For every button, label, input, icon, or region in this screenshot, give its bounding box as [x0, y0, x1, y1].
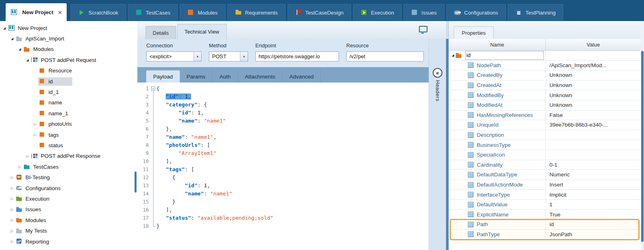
- property-row-interfacetype[interactable]: InterfaceTypeImplicit: [449, 190, 641, 200]
- property-row-createdat[interactable]: CreatedAtUnknown: [449, 81, 641, 91]
- property-row-description[interactable]: Description: [449, 130, 641, 140]
- tree-item-reporting[interactable]: ▷Reporting: [0, 236, 134, 247]
- property-row-path[interactable]: Pathid: [449, 220, 641, 230]
- tab-new-project[interactable]: New Project ×: [6, 3, 67, 21]
- property-value-cell[interactable]: Unknown: [546, 90, 641, 100]
- column-header-value[interactable]: Value: [546, 39, 641, 50]
- tree-item-id[interactable]: id: [0, 76, 134, 87]
- tree-item-name-1[interactable]: name_1: [0, 108, 134, 119]
- tree-item-bi-testing[interactable]: ▷BI-Testing: [0, 172, 134, 182]
- expand-arrow-icon[interactable]: ▷: [9, 239, 15, 244]
- collapse-arrow-icon[interactable]: ◢: [25, 58, 30, 62]
- monitor-icon[interactable]: [419, 26, 427, 32]
- tab-technical-view[interactable]: Technical View: [177, 24, 227, 39]
- tree-item-my-tests[interactable]: ▷My Tests: [0, 225, 134, 236]
- property-value-cell[interactable]: 39ee7b6b-86b3-e340-...: [546, 120, 641, 130]
- tree-item-photourls[interactable]: ▷photoUrls: [0, 119, 134, 129]
- fold-toggle-icon[interactable]: [151, 85, 156, 93]
- tree-item-issues[interactable]: ▷Issues: [0, 204, 134, 215]
- tab-execution[interactable]: Execution: [353, 4, 402, 21]
- method-select[interactable]: POST▾: [209, 51, 248, 61]
- expand-arrow-icon[interactable]: ▷: [9, 208, 15, 212]
- tree-item-post-addpet-response[interactable]: ▷POST addPet Response: [0, 151, 134, 161]
- property-value-cell[interactable]: 0-1: [546, 160, 641, 170]
- tree-item-status[interactable]: status: [0, 140, 134, 150]
- collapse-arrow-icon[interactable]: ◢: [9, 37, 15, 40]
- tab-testcases[interactable]: TestCases: [128, 4, 178, 21]
- property-row-defaultvalue[interactable]: DefaultValue1: [449, 200, 641, 210]
- property-row-pathtype[interactable]: PathTypeJsonPath: [449, 230, 641, 240]
- center-scrollbar-thumb[interactable]: [446, 39, 448, 250]
- tree-item-resource[interactable]: Resource: [0, 66, 134, 76]
- property-value-cell[interactable]: id: [546, 220, 641, 229]
- property-value-cell[interactable]: [546, 51, 641, 60]
- properties-scrollbar-thumb[interactable]: [641, 51, 644, 242]
- property-value-cell[interactable]: Implicit: [546, 190, 641, 199]
- property-row-id[interactable]: ◢id: [449, 51, 641, 61]
- tree-item-new-project[interactable]: ◢New Project: [0, 23, 134, 33]
- tree-item-tags[interactable]: ▷tags: [0, 129, 134, 140]
- expand-arrow-icon[interactable]: ▷: [9, 197, 15, 201]
- column-header-name[interactable]: Name: [449, 39, 546, 50]
- property-row-createdby[interactable]: CreatedByUnknown: [449, 70, 641, 81]
- property-row-hasmissingreferences[interactable]: HasMissingReferencesFalse: [449, 110, 641, 121]
- tree-item-testcases[interactable]: ▷TestCases: [0, 161, 134, 172]
- property-value-cell[interactable]: [546, 150, 641, 160]
- collapse-arrow-icon[interactable]: ◢: [452, 53, 454, 57]
- tab-properties[interactable]: Properties: [454, 26, 494, 39]
- property-value-cell[interactable]: [546, 130, 641, 140]
- tree-item-execution[interactable]: ▷Execution: [0, 193, 134, 204]
- headers-rail-label[interactable]: Headers: [435, 80, 441, 102]
- chevron-down-icon[interactable]: ▾: [240, 52, 248, 61]
- tab-details[interactable]: Details: [145, 26, 176, 39]
- tab-advanced[interactable]: Advanced: [282, 70, 321, 83]
- expand-arrow-icon[interactable]: ▷: [9, 229, 15, 233]
- property-row-defaultactionmode[interactable]: DefaultActionModeInsert: [449, 180, 641, 190]
- tab-attachments[interactable]: Attachments: [238, 70, 282, 83]
- properties-scrollbar[interactable]: [641, 21, 644, 250]
- expand-arrow-icon[interactable]: ▷: [9, 186, 15, 190]
- resource-input[interactable]: [346, 51, 424, 61]
- property-row-defaultdatatype[interactable]: DefaultDataTypeNumeric: [449, 170, 641, 180]
- property-value-cell[interactable]: False: [546, 110, 641, 120]
- chevron-down-icon[interactable]: ▾: [194, 52, 201, 61]
- property-row-modifiedby[interactable]: ModifiedByUnknown: [449, 90, 641, 100]
- property-row-businesstype[interactable]: BusinessType: [449, 140, 641, 150]
- tree-item-id-1[interactable]: id_1: [0, 87, 134, 97]
- property-value-cell[interactable]: /ApiScan_Import/Mod...: [546, 61, 641, 70]
- property-value-cell[interactable]: 1: [546, 200, 641, 210]
- tab-auth[interactable]: Auth: [213, 70, 238, 83]
- property-value-cell[interactable]: [546, 140, 641, 150]
- tree-item-configurations[interactable]: ▷Configurations: [0, 183, 134, 193]
- property-value-cell[interactable]: Insert: [546, 180, 641, 190]
- center-scrollbar[interactable]: [446, 21, 448, 250]
- property-row-explicitname[interactable]: ExplicitNameTrue: [449, 210, 641, 220]
- tree-item-modules[interactable]: ◢Modules: [0, 44, 134, 55]
- expand-arrow-icon[interactable]: ▷: [17, 165, 23, 169]
- collapse-arrow-icon[interactable]: ◢: [2, 26, 7, 30]
- property-row-uniqueid[interactable]: UniqueId39ee7b6b-86b3-e340-...: [449, 120, 641, 130]
- tree-scrollbar-thumb[interactable]: [135, 172, 137, 193]
- close-icon[interactable]: ×: [58, 9, 62, 16]
- tree-item-apiscan-import[interactable]: ◢ApiScan_Import: [0, 33, 134, 44]
- property-row-nodepath[interactable]: NodePath/ApiScan_Import/Mod...: [449, 61, 641, 71]
- expand-arrow-icon[interactable]: ▷: [32, 133, 38, 137]
- tab-requirements[interactable]: Requirements: [227, 4, 286, 21]
- connection-select[interactable]: <explicit>▾: [146, 51, 202, 61]
- collapse-arrow-icon[interactable]: ◢: [17, 47, 23, 51]
- property-value-cell[interactable]: True: [546, 210, 641, 220]
- tab-payload[interactable]: Payload: [146, 70, 180, 83]
- expand-arrow-icon[interactable]: ▷: [9, 218, 15, 222]
- tree-item-modules[interactable]: ▷Modules: [0, 215, 134, 225]
- tab-testcasedesign[interactable]: TestCaseDesign: [288, 4, 351, 21]
- property-value-cell[interactable]: Numeric: [546, 170, 641, 180]
- expand-arrow-icon[interactable]: ▷: [9, 176, 15, 180]
- payload-editor[interactable]: 1{2 "id": 1,3 "category": {4 "id": 1,5 "…: [137, 83, 429, 250]
- property-row-cardinality[interactable]: Cardinality0-1: [449, 160, 641, 170]
- tab-scratchbook[interactable]: ScratchBook: [71, 4, 126, 21]
- tree-item-post-addpet-request[interactable]: ◢POST addPet Request: [0, 55, 134, 65]
- tab-params[interactable]: Params: [180, 70, 213, 83]
- tree-item-name[interactable]: name: [0, 97, 134, 108]
- expand-arrow-icon[interactable]: ▷: [25, 154, 30, 158]
- tab-modules[interactable]: Modules: [180, 4, 225, 21]
